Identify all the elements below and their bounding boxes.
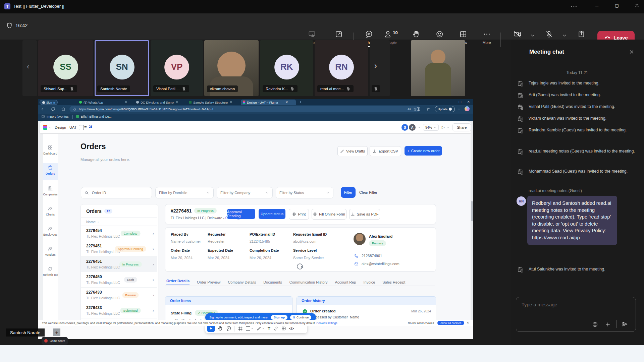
chat-close-icon[interactable] [629,49,635,55]
save-as-pdf-button[interactable]: Save as PDF [349,209,380,220]
tab-close-icon[interactable]: ✕ [285,101,288,104]
tab-order-details[interactable]: Order Details [166,279,190,285]
filter-domicile-dropdown[interactable]: Filter by Domicile [155,187,214,198]
present-icon[interactable]: ▷ [442,125,444,129]
attach-plus-icon[interactable] [605,321,611,327]
update-button[interactable]: Update [435,106,455,112]
video-tile-camera-on[interactable] [411,40,465,96]
contact-phone[interactable]: 2123874901 [362,254,382,258]
read-aloud-icon[interactable]: Aᵃ [408,108,411,111]
video-tile-active-speaker[interactable]: SN Santosh Narate [95,40,149,96]
signup-button[interactable]: Sign up [271,315,287,320]
presenter-add-button[interactable]: + [53,328,60,336]
sidebar-item-companies[interactable]: Companies [43,186,58,196]
new-tab-icon[interactable]: + [300,100,302,104]
video-tile-partial-left[interactable] [22,40,37,96]
figma-doc-title[interactable]: Design - UAT [55,125,76,129]
browser-tab-dc-divisions[interactable]: DC Divisions and Surroundings ✕ [134,100,186,105]
browser-close-icon[interactable]: ✕ [467,100,470,104]
export-csv-button[interactable]: Export CSV [370,146,401,156]
browser-tab-figma-active[interactable]: Design - UAT – Figma ✕ [241,100,296,105]
emoji-icon[interactable] [592,321,598,327]
approval-pending-button[interactable]: Approval Pending [227,209,255,219]
filter-apply-button[interactable]: Filter [341,187,356,198]
order-id-input[interactable] [91,190,140,195]
filter-company-dropdown[interactable]: Filter by Company [217,187,273,198]
zoom-control[interactable]: 94% [423,124,439,131]
tab-sales-receipt[interactable]: Sales Receipt [382,280,405,284]
present-chevron-icon[interactable] [446,126,450,129]
bookmark-bills-billing[interactable]: Bills | Billing and Co... [76,115,112,118]
filter-status-dropdown[interactable]: Filter by Status [276,187,333,198]
tab-close-icon[interactable]: ✕ [125,101,127,104]
video-tile[interactable]: RN read.ai mee... [315,40,368,96]
game-score-widget[interactable]: Game score [42,337,68,345]
view-drafts-button[interactable]: View Drafts [337,146,368,156]
send-icon[interactable] [622,321,628,327]
browser-tab-excel[interactable]: Sample Salary Structure with calc ✕ [187,100,240,105]
tab-close-icon[interactable]: ✕ [176,101,178,104]
print-button[interactable]: Print [289,209,309,220]
clear-filter-button[interactable]: Clear Filter [359,190,377,194]
reload-icon[interactable] [51,107,56,112]
tab-company-details[interactable]: Company Details [228,280,256,284]
figma-share-button[interactable]: Share [452,123,471,131]
order-row[interactable]: 2276433TL Flex Holdings LLC Submitted› [81,303,157,318]
camera-chevron-icon[interactable] [530,33,535,38]
sidebar-item-vendors[interactable]: Vendors [43,246,58,256]
comment-tool-icon[interactable] [226,326,231,331]
deny-cookies-button[interactable]: Do not allow cookies [408,321,434,325]
titlebar-more-icon[interactable] [570,3,578,10]
chat-input-box[interactable] [516,297,636,332]
order-row[interactable]: 2276450TL Flex Holdings LLC Draft› [81,272,157,288]
tab-order-preview[interactable]: Order Preview [197,280,220,284]
page-scrollbar-track[interactable] [471,121,473,339]
contact-email[interactable]: alex@vstatefilings.com [362,262,399,266]
order-row[interactable]: 2279454TL Flex Holdings LLC Complete› [81,226,157,241]
video-tile[interactable]: VP Vishal Patil ... [151,40,203,96]
order-row[interactable]: 2279451TL Flex Holdings LLC Approval Pen… [81,241,157,257]
order-row-selected[interactable]: 2276451TL Flex Holdings LLC In Progress› [81,256,157,272]
figma-logo[interactable] [43,125,47,130]
sidebar-item-dashboard[interactable]: Dashboard [43,145,58,155]
browser-maximize-icon[interactable]: ▢ [459,100,462,104]
continue-with-google-button[interactable]: GContinue [290,315,311,320]
update-status-button[interactable]: Update status [259,209,285,219]
order-id-search[interactable] [81,187,152,198]
link-tool-icon[interactable] [273,326,278,331]
favorites-list-icon[interactable] [426,107,431,112]
code-tool-icon[interactable]: </> [289,327,294,330]
home-icon[interactable] [61,107,66,112]
tiles-prev-icon[interactable]: ‹ [27,62,29,71]
text-tool-icon[interactable]: T [268,326,270,331]
sidebar-item-clients[interactable]: Clients [43,206,58,216]
browser-tab-whatsapp[interactable]: (6) WhatsApp ✕ [77,100,135,105]
address-bar[interactable]: https://www.figma.com/design/9BKQ0FOHRWa… [69,106,420,112]
extensions-icon[interactable] [416,107,421,112]
sidebar-item-employees[interactable]: Employees [43,226,58,236]
figma-pages-icon[interactable] [79,125,84,130]
order-row[interactable]: 2276433TL Flex Holdings LLC Review› [81,287,157,303]
hand-tool-icon[interactable] [218,326,223,331]
browser-more-icon[interactable] [456,107,461,112]
chat-message-input[interactable] [521,301,630,319]
tab-invoice[interactable]: Invoice [363,280,375,284]
column-header-name[interactable]: Name↓ [86,220,99,224]
video-tile[interactable]: RK Ravindra K... [260,40,313,96]
pen-tool-icon[interactable] [257,326,265,331]
page-scrollbar-thumb[interactable] [471,201,473,221]
browser-signin-button[interactable]: Sign in [40,100,58,105]
tab-account-rep[interactable]: Account Rep [335,280,356,284]
sidebar-item-refresh-token[interactable]: Refresh Token [43,266,58,277]
tab-communication-history[interactable]: Communication History [289,280,328,284]
bookmark-import-favorites[interactable]: Import favorites [41,115,68,118]
back-icon[interactable] [41,107,46,112]
cookie-close-icon[interactable]: ✕ [467,321,469,324]
collaborator-avatar[interactable]: S [401,124,408,131]
minimize-button[interactable]: ─ [595,3,598,8]
maximize-button[interactable]: ▢ [615,3,619,8]
create-new-order-button[interactable]: +Create new order [405,146,442,156]
browser-minimize-icon[interactable]: ─ [450,100,452,104]
frame-tool-icon[interactable] [238,326,243,331]
tab-close-icon[interactable]: ✕ [230,101,232,104]
